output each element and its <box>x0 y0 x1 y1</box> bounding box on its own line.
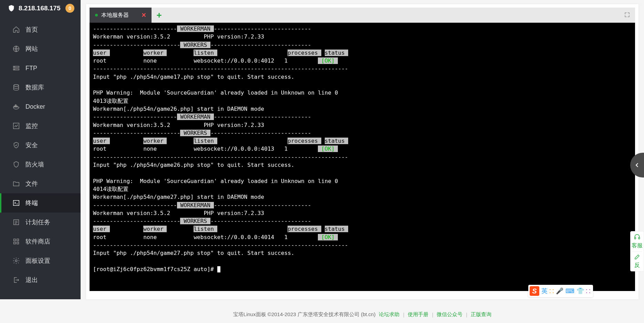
svg-rect-15 <box>14 242 16 244</box>
sidebar-item-security[interactable]: 安全 <box>0 136 81 155</box>
sidebar-item-monitor[interactable]: 监控 <box>0 116 81 136</box>
apps-icon <box>12 238 20 245</box>
sidebar-item-label: 安全 <box>25 141 38 149</box>
headset-icon[interactable] <box>631 234 644 240</box>
sidebar-item-label: 监控 <box>25 122 38 130</box>
sidebar-item-cron[interactable]: 计划任务 <box>0 213 81 232</box>
sidebar-items: 首页 网站 FTP 数据库 Docker 监控 安全 防火墙 文件 终端 计划任… <box>0 20 81 290</box>
shield-check-icon <box>12 141 20 149</box>
sidebar-item-firewall[interactable]: 防火墙 <box>0 155 81 174</box>
content-area: 本地服务器 × + ------------------------- WORK… <box>81 0 644 299</box>
sidebar-item-docker[interactable]: Docker <box>0 97 81 116</box>
firewall-icon <box>12 161 20 168</box>
sidebar-item-terminal[interactable]: 终端 <box>0 193 81 213</box>
sidebar-item-label: Docker <box>25 103 45 110</box>
sidebar-item-settings[interactable]: 面板设置 <box>0 251 81 270</box>
chevron-left-icon <box>634 161 640 169</box>
terminal-panel: 本地服务器 × + ------------------------- WORK… <box>86 4 638 299</box>
sidebar-item-db[interactable]: 数据库 <box>0 78 81 97</box>
sidebar-item-ftp[interactable]: FTP <box>0 58 81 78</box>
svg-rect-19 <box>638 237 640 239</box>
svg-rect-13 <box>14 239 16 241</box>
shield-icon <box>8 4 15 12</box>
footer-link-verify[interactable]: 正版查询 <box>471 311 491 318</box>
ime-toolbar[interactable]: S 英 ⸬ 🎤 ⌨ 👕 ⸬ <box>528 285 593 297</box>
database-icon <box>12 84 20 91</box>
docker-icon <box>12 103 20 110</box>
terminal-icon <box>12 199 20 207</box>
sidebar-item-label: FTP <box>25 65 37 72</box>
footer-link-wechat[interactable]: 微信公众号 <box>437 311 463 318</box>
ime-lang[interactable]: 英 <box>541 287 548 295</box>
footer-link-forum[interactable]: 论坛求助 <box>379 311 399 318</box>
sidebar-item-label: 面板设置 <box>25 257 50 265</box>
close-icon[interactable]: × <box>142 11 146 20</box>
ime-dots-icon[interactable]: ⸬ <box>550 288 554 295</box>
add-tab-button[interactable]: + <box>152 8 167 23</box>
sidebar-item-label: 软件商店 <box>25 237 50 246</box>
sidebar-item-label: 退出 <box>25 276 38 284</box>
sidebar-item-label: 数据库 <box>25 83 44 91</box>
ime-keyboard-icon[interactable]: ⌨ <box>565 287 574 295</box>
sidebar-item-label: 计划任务 <box>25 218 50 226</box>
sidebar-header: 8.218.168.175 0 <box>0 0 81 17</box>
sogou-icon[interactable]: S <box>530 286 539 296</box>
ime-mic-icon[interactable]: 🎤 <box>556 287 563 295</box>
logout-icon <box>12 276 20 284</box>
fullscreen-icon[interactable] <box>624 12 630 18</box>
svg-rect-14 <box>17 239 19 241</box>
svg-rect-18 <box>635 237 636 239</box>
svg-rect-16 <box>17 242 19 244</box>
sidebar-item-label: 终端 <box>25 199 38 207</box>
sidebar-item-home[interactable]: 首页 <box>0 20 81 39</box>
svg-point-17 <box>15 260 17 262</box>
status-dot-icon <box>95 14 98 17</box>
svg-point-3 <box>14 67 15 67</box>
terminal-output[interactable]: ------------------------- WORKERMAN ----… <box>90 23 635 291</box>
ime-skin-icon[interactable]: 👕 <box>577 287 584 295</box>
footer: 宝塔Linux面板 ©2014-2023 广东堡塔安全技术有限公司 (bt.cn… <box>81 306 644 323</box>
folder-icon <box>12 180 20 187</box>
svg-point-4 <box>14 69 15 69</box>
ftp-icon <box>12 64 20 72</box>
sidebar: 8.218.168.175 0 首页 网站 FTP 数据库 Docker 监控 … <box>0 0 81 299</box>
footer-link-manual[interactable]: 使用手册 <box>408 311 428 318</box>
float-feedback-label[interactable]: 反 <box>631 261 644 269</box>
sidebar-item-label: 网站 <box>25 45 38 53</box>
svg-point-5 <box>14 85 19 87</box>
tab-label: 本地服务器 <box>101 12 129 19</box>
sidebar-item-exit[interactable]: 退出 <box>0 270 81 290</box>
svg-rect-9 <box>15 105 16 106</box>
footer-copyright: 宝塔Linux面板 ©2014-2023 广东堡塔安全技术有限公司 (bt.cn… <box>233 311 376 318</box>
sidebar-item-store[interactable]: 软件商店 <box>0 232 81 251</box>
sidebar-item-label: 文件 <box>25 180 38 188</box>
home-icon <box>12 26 20 33</box>
tasks-icon <box>12 218 20 226</box>
terminal-prompt: [root@iZj6c0fpz62bvmm1f7cs25Z auto]# <box>93 266 217 272</box>
gear-icon <box>12 257 20 265</box>
chart-icon <box>12 122 20 130</box>
server-ip: 8.218.168.175 <box>19 4 61 12</box>
ime-grid-icon[interactable]: ⸬ <box>586 288 590 295</box>
float-panel: 客服 反 <box>630 231 644 271</box>
float-service-label[interactable]: 客服 <box>631 242 644 249</box>
sidebar-item-label: 防火墙 <box>25 160 44 169</box>
sidebar-item-site[interactable]: 网站 <box>0 39 81 58</box>
globe-icon <box>12 45 20 53</box>
svg-rect-11 <box>13 201 19 206</box>
tab-bar: 本地服务器 × + <box>90 8 635 23</box>
edit-icon[interactable] <box>631 254 644 260</box>
sidebar-item-files[interactable]: 文件 <box>0 174 81 193</box>
terminal-cursor <box>217 266 220 272</box>
notification-badge[interactable]: 0 <box>65 4 74 13</box>
sidebar-item-label: 首页 <box>25 25 38 34</box>
tab-local-server[interactable]: 本地服务器 × <box>90 8 152 23</box>
